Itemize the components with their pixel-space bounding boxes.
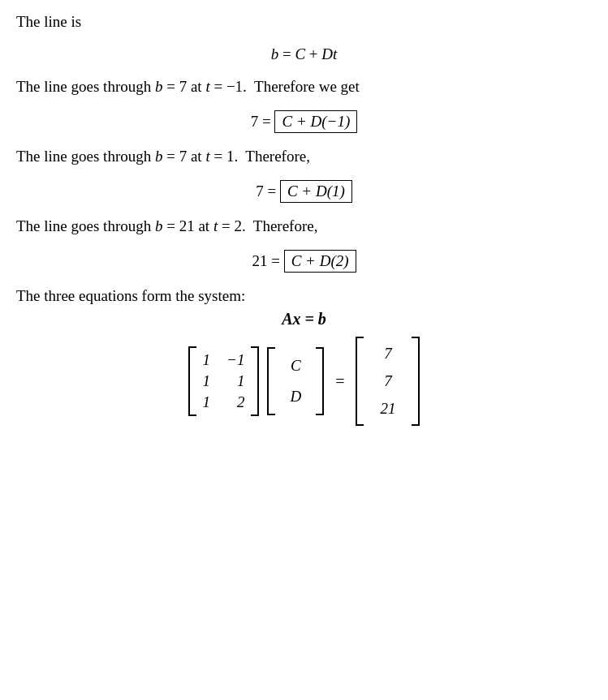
matrix-A-content: 1 −1 1 1 1 2 <box>196 346 252 416</box>
matrix-A-bracket-left <box>188 346 196 416</box>
equation-b: b <box>271 45 279 62</box>
matrix-A-cell-11: 1 <box>226 372 244 390</box>
equation-Dt: Dt <box>321 45 337 62</box>
equation3: 21 = C + D(2) <box>16 250 592 273</box>
axb-label: Ax = b <box>16 310 592 329</box>
matrix-A-cell-10: 1 <box>203 372 211 390</box>
matrix-x-bracket-right <box>316 347 324 415</box>
matrix-A-bracket: 1 −1 1 1 1 2 <box>188 346 260 416</box>
matrix-b-bracket-left <box>356 337 364 426</box>
matrix-equals: = <box>335 372 344 391</box>
main-equation: b = C + Dt <box>16 45 592 63</box>
matrix-b-cell-0: 7 <box>370 341 405 366</box>
matrix-x-bracket-left <box>267 347 275 415</box>
matrix-x-cell-0: C <box>282 352 309 380</box>
matrix-b-bracket: 7 7 21 <box>356 337 420 426</box>
through2-text: The line goes through b = 7 at t = 1. Th… <box>16 148 592 165</box>
matrix-equation: 1 −1 1 1 1 2 C D = 7 7 21 <box>16 337 592 426</box>
matrix-A-bracket-right <box>251 346 259 416</box>
matrix-A-cell-21: 2 <box>226 393 244 411</box>
equation2: 7 = C + D(1) <box>16 180 592 203</box>
boxed-eq1: C + D(−1) <box>274 110 357 133</box>
system-text: The three equations form the system: <box>16 287 592 305</box>
matrix-b-cell-2: 21 <box>370 397 405 421</box>
matrix-x-content: C D <box>275 347 316 415</box>
axb-equation: Ax = b <box>282 310 326 328</box>
through1-text: The line goes through b = 7 at t = −1. T… <box>16 78 592 96</box>
matrix-A-cell-01: −1 <box>226 351 244 369</box>
matrix-b-cell-1: 7 <box>370 369 405 393</box>
matrix-A-cell-00: 1 <box>203 351 211 369</box>
matrix-x-bracket: C D <box>267 347 324 415</box>
intro-text: The line is <box>16 13 592 31</box>
boxed-eq3: C + D(2) <box>284 250 356 273</box>
boxed-eq2: C + D(1) <box>280 180 352 203</box>
equation1: 7 = C + D(−1) <box>16 110 592 133</box>
matrix-b-bracket-right <box>412 337 420 426</box>
matrix-A-cell-20: 1 <box>203 393 211 411</box>
equation-C: C <box>295 45 305 62</box>
through3-text: The line goes through b = 21 at t = 2. T… <box>16 217 592 235</box>
matrix-b-content: 7 7 21 <box>364 337 412 426</box>
matrix-x-cell-1: D <box>282 383 309 410</box>
